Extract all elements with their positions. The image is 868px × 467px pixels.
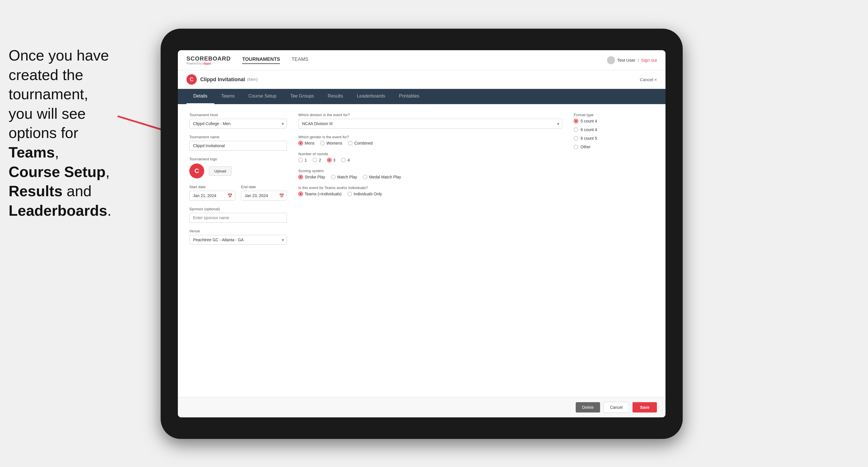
- teams-plus-radio[interactable]: [298, 192, 303, 196]
- separator: |: [638, 58, 639, 63]
- gender-mens-radio[interactable]: [298, 141, 303, 146]
- avatar: [607, 56, 615, 64]
- scoring-match-radio[interactable]: [331, 175, 336, 179]
- tab-tee-groups[interactable]: Tee Groups: [283, 89, 321, 104]
- venue-label: Venue: [189, 229, 287, 233]
- name-group: Tournament name: [189, 135, 287, 151]
- format-group: Format type 5 count 4 6 count 4 6 count …: [574, 113, 654, 149]
- individuals-only-radio[interactable]: [347, 192, 352, 196]
- tab-teams[interactable]: Teams: [214, 89, 242, 104]
- calendar-end-icon: 📅: [279, 193, 284, 198]
- sign-out-link[interactable]: Sign out: [641, 58, 657, 63]
- rounds-3-radio[interactable]: [327, 158, 332, 162]
- individuals-only-label: Individuals Only: [354, 192, 382, 196]
- gender-combined[interactable]: Combined: [348, 141, 373, 146]
- tab-course-setup[interactable]: Course Setup: [242, 89, 283, 104]
- end-date-label: End date: [241, 185, 287, 189]
- tab-details[interactable]: Details: [186, 89, 214, 104]
- instruction-text: Once you have created the tournament, yo…: [0, 46, 138, 220]
- form-area: Tournament Host Clippd College - Men Tou…: [178, 104, 665, 397]
- gender-womens-radio[interactable]: [320, 141, 325, 146]
- rounds-4-label: 4: [347, 158, 350, 162]
- rounds-1-radio[interactable]: [298, 158, 303, 162]
- gender-combined-radio[interactable]: [348, 141, 352, 146]
- format-5count4-radio[interactable]: [574, 119, 578, 123]
- format-6count4-label: 6 count 4: [581, 127, 597, 132]
- nav-teams[interactable]: TEAMS: [291, 57, 308, 64]
- venue-select[interactable]: Peachtree GC - Atlanta - GA: [189, 235, 287, 245]
- tab-leaderboards[interactable]: Leaderboards: [350, 89, 392, 104]
- cancel-button[interactable]: Cancel: [603, 402, 629, 413]
- scoring-stroke[interactable]: Stroke Play: [298, 175, 325, 179]
- host-select[interactable]: Clippd College - Men: [189, 119, 287, 128]
- venue-group: Venue Peachtree GC - Atlanta - GA: [189, 229, 287, 245]
- gender-mens-label: Mens: [305, 141, 314, 146]
- format-other[interactable]: Other: [574, 145, 654, 149]
- rounds-4-radio[interactable]: [341, 158, 346, 162]
- user-name: Test User: [617, 58, 636, 63]
- rounds-group: Number of rounds 1 2 3: [298, 152, 562, 162]
- format-other-radio[interactable]: [574, 145, 578, 149]
- format-5count4[interactable]: 5 count 4: [574, 119, 654, 123]
- scoring-medal[interactable]: Medal Match Play: [363, 175, 401, 179]
- individuals-only[interactable]: Individuals Only: [347, 192, 382, 196]
- sponsor-group: Sponsor (optional): [189, 207, 287, 223]
- rounds-1[interactable]: 1: [298, 158, 307, 162]
- logo-upload-area: C Upload: [189, 163, 287, 179]
- scoring-match[interactable]: Match Play: [331, 175, 357, 179]
- start-date-label: Start date: [189, 185, 235, 189]
- gender-label: Which gender is the event for?: [298, 135, 562, 139]
- gender-radio-group: Mens Womens Combined: [298, 141, 562, 146]
- format-6count5-radio[interactable]: [574, 136, 578, 141]
- tablet-frame: SCOREBOARD Powered by clippd TOURNAMENTS…: [161, 29, 683, 439]
- cancel-header-button[interactable]: Cancel ×: [640, 77, 657, 82]
- scoring-radio-group: Stroke Play Match Play Medal Match Play: [298, 175, 562, 179]
- delete-button[interactable]: Delete: [576, 402, 600, 412]
- dates-group: Start date 📅 End date 📅: [189, 185, 287, 200]
- upload-button[interactable]: Upload: [209, 166, 231, 176]
- format-5count4-label: 5 count 4: [581, 119, 597, 123]
- host-label: Tournament Host: [189, 113, 287, 117]
- date-row: Start date 📅 End date 📅: [189, 185, 287, 200]
- gender-group: Which gender is the event for? Mens Wome…: [298, 135, 562, 146]
- start-date-group: Start date 📅: [189, 185, 235, 200]
- logo-subtitle: Powered by clippd: [186, 62, 230, 65]
- rounds-4[interactable]: 4: [341, 158, 350, 162]
- tab-results[interactable]: Results: [321, 89, 350, 104]
- gender-mens[interactable]: Mens: [298, 141, 314, 146]
- format-6count5[interactable]: 6 count 5: [574, 136, 654, 141]
- form-right-column: Format type 5 count 4 6 count 4 6 count …: [574, 113, 654, 388]
- name-input[interactable]: [189, 141, 287, 151]
- tab-bar: Details Teams Course Setup Tee Groups Re…: [178, 89, 665, 104]
- rounds-3-label: 3: [333, 158, 336, 162]
- format-other-label: Other: [581, 145, 591, 149]
- rounds-2-radio[interactable]: [313, 158, 317, 162]
- scoring-medal-radio[interactable]: [363, 175, 368, 179]
- sponsor-input[interactable]: [189, 213, 287, 223]
- rounds-3[interactable]: 3: [327, 158, 336, 162]
- teams-plus-individuals[interactable]: Teams (+Individuals): [298, 192, 342, 196]
- division-select-wrapper: NCAA Division III: [298, 119, 562, 128]
- format-6count4-radio[interactable]: [574, 127, 578, 132]
- logo-group: Tournament logo C Upload: [189, 157, 287, 179]
- rounds-label: Number of rounds: [298, 152, 562, 156]
- rounds-radio-group: 1 2 3 4: [298, 158, 562, 162]
- scoring-label: Scoring system: [298, 169, 562, 173]
- format-label: Format type: [574, 113, 654, 117]
- rounds-2[interactable]: 2: [313, 158, 321, 162]
- save-button[interactable]: Save: [632, 402, 657, 412]
- gender-womens[interactable]: Womens: [320, 141, 342, 146]
- teams-label: Is this event for Teams and/or Individua…: [298, 186, 562, 190]
- scoring-stroke-radio[interactable]: [298, 175, 303, 179]
- nav-links: TOURNAMENTS TEAMS: [242, 57, 607, 64]
- end-date-wrapper: 📅: [241, 191, 287, 200]
- start-date-wrapper: 📅: [189, 191, 235, 200]
- cancel-label: Cancel: [640, 77, 653, 82]
- nav-tournaments[interactable]: TOURNAMENTS: [242, 57, 280, 64]
- division-group: Which division is the event for? NCAA Di…: [298, 113, 562, 128]
- tab-printables[interactable]: Printables: [392, 89, 426, 104]
- format-6count4[interactable]: 6 count 4: [574, 127, 654, 132]
- rounds-1-label: 1: [305, 158, 307, 162]
- tournament-subtitle: (Men): [247, 77, 258, 82]
- division-select[interactable]: NCAA Division III: [298, 119, 562, 128]
